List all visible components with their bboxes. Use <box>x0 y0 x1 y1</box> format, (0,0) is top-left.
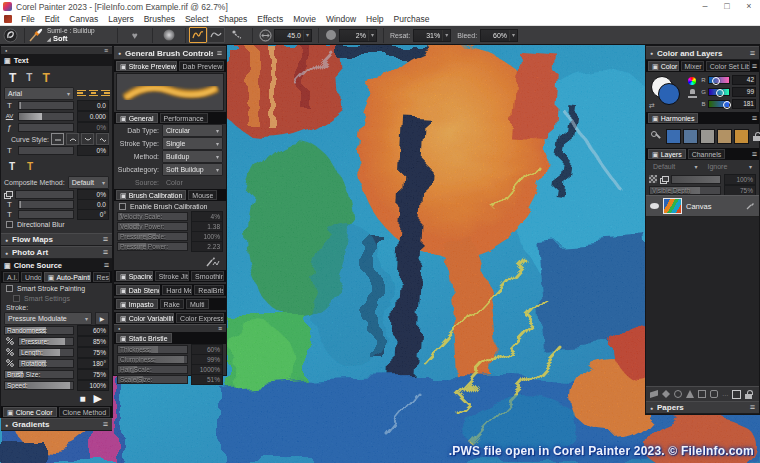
restore-default-icon[interactable] <box>662 390 670 398</box>
dynamic-plugins-icon[interactable] <box>650 390 658 398</box>
text-attributes-icon[interactable]: T <box>42 72 49 84</box>
lock-layer-button[interactable] <box>745 390 753 399</box>
tab-hard-media[interactable]: Hard Me <box>162 285 192 295</box>
pick-up-underlying-icon[interactable] <box>660 176 668 183</box>
more-commands-icon[interactable]: ⋯ <box>722 391 728 398</box>
tab-color-set-libraries[interactable]: Color Set Librari <box>706 61 750 71</box>
panel-menu-icon[interactable]: ≡ <box>752 114 757 123</box>
swap-colors-icon[interactable]: ⇄ <box>649 102 655 110</box>
font-family-select[interactable]: Arial▾ <box>4 87 74 100</box>
curve-style-flat-button[interactable] <box>51 133 64 145</box>
tab-stroke-preview[interactable]: ▣Stroke Preview <box>116 61 177 71</box>
harmony-swatch[interactable] <box>666 129 681 144</box>
papers-header[interactable]: ● Papers ≡ <box>646 401 759 414</box>
tab-multi[interactable]: Multi <box>186 299 209 309</box>
panel-menu-icon[interactable]: ≡ <box>750 49 755 58</box>
green-channel-slider[interactable]: G 99 <box>701 87 756 97</box>
menu-help[interactable]: Help <box>361 14 388 24</box>
tab-impasto[interactable]: ▣Impasto <box>116 299 158 309</box>
smart-stroke-checkbox[interactable]: Smart Stroke Painting <box>1 283 112 293</box>
opacity-field[interactable]: 2%▾ <box>339 29 377 42</box>
panel-menu-icon[interactable]: ≡ <box>752 62 757 71</box>
font-size-slider[interactable]: T 0.0 <box>1 100 112 111</box>
panel-menu-icon[interactable]: ≡ <box>103 248 108 257</box>
layer-mask-icon[interactable] <box>710 390 718 398</box>
dab-type-select[interactable]: Circular▾ <box>162 124 223 137</box>
minimize-button[interactable]: – <box>694 0 716 13</box>
smart-settings-checkbox[interactable]: Smart Settings <box>1 293 112 303</box>
layer-visibility-icon[interactable] <box>650 203 659 209</box>
play-stroke-button[interactable]: ▶ <box>95 312 109 325</box>
slider-thumb[interactable] <box>723 101 731 109</box>
menu-edit[interactable]: Edit <box>40 14 65 24</box>
tab-clone-method[interactable]: Clone Method <box>59 407 111 417</box>
align-right-icon[interactable] <box>101 90 110 97</box>
gradients-header[interactable]: ● Gradients ≡ <box>1 418 112 431</box>
text-tool-icon[interactable]: T <box>9 72 16 84</box>
curve-style-ribbon-button[interactable] <box>66 133 79 145</box>
tab-ai[interactable]: A.I. <box>3 272 19 282</box>
panel-menu-icon[interactable]: ≡ <box>104 261 109 270</box>
tab-auto-painting[interactable]: ▣Auto-Painting <box>44 272 91 282</box>
painter-logo-icon[interactable] <box>0 26 21 44</box>
align-center-icon[interactable] <box>89 90 98 97</box>
panel-menu-icon[interactable]: ≡ <box>103 420 108 429</box>
harmony-swatch[interactable] <box>683 129 698 144</box>
panel-menu-icon[interactable]: ≡ <box>217 49 222 58</box>
clone-layer-icon[interactable] <box>674 390 682 398</box>
tab-performance[interactable]: Performance <box>160 113 208 123</box>
clone-color-stamp-icon[interactable] <box>688 89 697 98</box>
close-button[interactable]: × <box>738 0 760 13</box>
text-opacity-slider[interactable]: 0% <box>1 189 112 199</box>
menu-canvas[interactable]: Canvas <box>64 14 103 24</box>
main-color-swatch[interactable] <box>658 83 680 105</box>
tab-dab-stencil[interactable]: ▣Dab Stencil <box>116 285 160 295</box>
harmony-swatch[interactable] <box>700 129 715 144</box>
slider-thumb[interactable] <box>712 77 720 85</box>
panel-group-grip[interactable]: ● ≡ <box>1 46 112 54</box>
rotation-slider[interactable]: Rotation: 180° <box>1 358 112 369</box>
menu-brushes[interactable]: Brushes <box>139 14 180 24</box>
tab-static-bristle[interactable]: ▣Static Bristle <box>116 333 172 343</box>
tab-smoothing[interactable]: Smoothin <box>191 271 224 281</box>
tab-general[interactable]: ▣General <box>116 113 158 123</box>
dab-preview-icon[interactable] <box>156 26 182 44</box>
play-button[interactable]: ▶ <box>94 392 102 405</box>
lock-harmony-icon[interactable] <box>753 132 760 141</box>
menu-effects[interactable]: Effects <box>252 14 288 24</box>
layer-row-canvas[interactable]: Canvas <box>646 195 759 217</box>
length-slider[interactable]: Length: 75% <box>1 347 112 358</box>
brush-size-field[interactable]: 45.0▾ <box>274 29 312 42</box>
tab-layers[interactable]: ▣Layers <box>648 149 686 159</box>
clone-source-panel-header[interactable]: ▣ Clone Source ≡ <box>1 259 112 271</box>
tab-color[interactable]: ▣Color <box>648 61 679 71</box>
slider-thumb[interactable] <box>716 89 724 97</box>
color-wheel-icon[interactable] <box>688 77 696 85</box>
harmony-swatch[interactable] <box>734 129 749 144</box>
text-style-icon[interactable]: T <box>26 72 32 84</box>
red-channel-slider[interactable]: R 42 <box>701 75 756 85</box>
tab-mouse[interactable]: Mouse <box>188 190 217 200</box>
tab-channels[interactable]: Channels <box>688 149 726 159</box>
text-shadow-none-icon[interactable]: T <box>9 161 15 173</box>
text-shadow-on-icon[interactable]: T <box>27 161 33 173</box>
menu-layers[interactable]: Layers <box>103 14 139 24</box>
tab-realbristle[interactable]: RealBris <box>194 285 224 295</box>
brush-selector[interactable]: Sumi-e : Buildup ◢ Soft <box>28 27 114 43</box>
tab-clone-color[interactable]: ▣Clone Color <box>3 407 57 417</box>
freehand-stroke-button[interactable] <box>189 27 207 43</box>
resat-field[interactable]: 31%▾ <box>413 29 451 42</box>
directional-blur-checkbox[interactable]: Directional Blur <box>1 219 112 230</box>
blue-channel-slider[interactable]: B 181 <box>701 99 756 109</box>
menu-file[interactable]: File <box>16 14 40 24</box>
tab-restore[interactable]: Res <box>93 272 111 282</box>
menu-select[interactable]: Select <box>180 14 214 24</box>
shadow-offset-slider[interactable]: T 0.0 <box>1 199 112 209</box>
tracking-slider[interactable]: AV 0.000 <box>1 111 112 122</box>
panel-group-grip[interactable]: ● ≡ <box>114 324 226 332</box>
preserve-transparency-icon[interactable] <box>649 175 657 183</box>
curve-style-wave-button[interactable] <box>96 133 109 145</box>
color-layers-header[interactable]: ● Color and Layers ≡ <box>646 46 759 60</box>
favorite-brush-icon[interactable]: ♥ <box>121 26 149 44</box>
harmony-swatch[interactable] <box>717 129 732 144</box>
